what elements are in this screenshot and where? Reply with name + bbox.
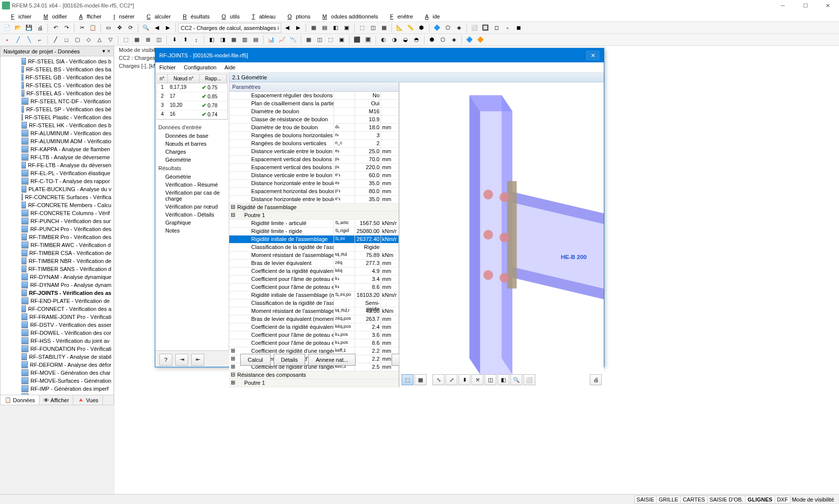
expand-icon[interactable] xyxy=(229,323,236,331)
nav-item[interactable]: RF-STEEL SP - Vérification des bé xyxy=(1,105,112,113)
expand-icon[interactable] xyxy=(229,188,236,195)
line-icon[interactable]: ╱ xyxy=(13,35,23,45)
calcul-button[interactable]: Calcul xyxy=(240,354,271,366)
tb-icon[interactable]: ▤ xyxy=(320,23,330,33)
nav-item[interactable]: RF-PUNCH - Vérification des sur xyxy=(1,217,112,225)
view-btn-1[interactable]: ⬚ xyxy=(402,374,414,385)
tb-icon[interactable]: ◨ xyxy=(218,35,228,45)
nav-item[interactable]: PLATE-BUCKLING - Analyse du v xyxy=(1,185,112,193)
param-row[interactable]: Classification de la rigidité de l'assem… xyxy=(229,299,399,307)
nav-item[interactable]: RF-CONNECT - Vérification des a xyxy=(1,305,112,313)
tb-icon[interactable]: ◈ xyxy=(454,23,464,33)
param-row[interactable]: Diamètre de trou de boulond₀18.0mm xyxy=(229,124,399,132)
expand-icon[interactable]: ⊞ xyxy=(229,363,236,371)
tb-icon[interactable]: 🔳 xyxy=(363,35,373,45)
nav-item[interactable]: RF-HSS - Vérification du joint av xyxy=(1,337,112,345)
status-saisie-ob[interactable]: SAISIE D'OB. xyxy=(707,496,746,504)
arrow-right-2-icon[interactable]: ▶ xyxy=(293,23,303,33)
param-group[interactable]: ⊞Poutre 1 xyxy=(229,379,399,387)
tb-icon[interactable]: ⌐ xyxy=(35,35,45,45)
details-button[interactable]: Détails xyxy=(274,354,306,366)
tb-icon[interactable]: ⬡ xyxy=(443,23,453,33)
tree-item[interactable]: Vérification - Résumé xyxy=(156,181,228,189)
nav-item[interactable]: RF-CONCRETE Surfaces - Vérifica xyxy=(1,193,112,201)
tb-icon[interactable]: ▣ xyxy=(337,35,347,45)
param-row[interactable]: Rigidité limite - articuléSⱼ,artic1567.5… xyxy=(229,220,399,228)
param-row[interactable]: Distance horizontale entre le boulon et … xyxy=(229,196,399,204)
dialog-menu-fichier[interactable]: Fichier xyxy=(159,64,176,70)
view-btn-3[interactable]: ⤡ xyxy=(432,374,444,385)
menu-insérer[interactable]: Insérer xyxy=(105,12,138,20)
nav-item[interactable]: RF-FOUNDATION Pro - Vérificati xyxy=(1,345,112,353)
tb-icon[interactable]: ◒ xyxy=(401,35,411,45)
expand-icon[interactable] xyxy=(229,196,236,203)
param-row[interactable]: Distance horizontale entre le boulon et … xyxy=(229,180,399,188)
nav-item[interactable]: RF-STEEL BS - Vérification des ba xyxy=(1,65,112,73)
window-maximize-button[interactable]: ☐ xyxy=(794,0,817,11)
expand-icon[interactable] xyxy=(229,291,236,299)
nav-item[interactable]: RF-STEEL GB - Vérification des bé xyxy=(1,73,112,81)
expand-icon[interactable] xyxy=(229,307,236,315)
menu-fenêtre[interactable]: Fenêtre xyxy=(382,12,417,20)
expand-icon[interactable] xyxy=(229,140,236,147)
tree-item[interactable]: Vérification - Détails xyxy=(156,211,228,219)
param-row[interactable]: Coefficient de la rigidité équivalente (… xyxy=(229,323,399,331)
menu-résultats[interactable]: Résultats xyxy=(175,12,214,20)
tb-icon[interactable]: ◇ xyxy=(83,35,93,45)
dialog-titlebar[interactable]: RF-JOINTS - [001626-model-file-rf5] ✕ xyxy=(155,48,604,62)
expand-icon[interactable] xyxy=(229,283,236,291)
menu-calculer[interactable]: Calculer xyxy=(139,12,175,20)
param-row[interactable]: Espacement régulier des boulonsNo xyxy=(229,92,399,100)
param-row[interactable]: Moment résistant de l'assemblage (moment… xyxy=(229,307,399,315)
nav-item[interactable]: RF-CONCRETE Columns - Vérif xyxy=(1,209,112,217)
view-btn-print[interactable]: 🖨 xyxy=(590,374,602,385)
tb-icon[interactable]: ⬚ xyxy=(326,35,336,45)
tb-icon[interactable]: ⬇ xyxy=(169,35,179,45)
3d-viewer[interactable]: HE-B 200 ⬚ ▦ ⤡ ⤢ ⬍ ⤧ ◫ ◧ 🔍 ⬜ xyxy=(399,82,604,387)
status-glignes[interactable]: GLIGNES xyxy=(745,496,775,504)
tree-item[interactable]: Vérification par nœud xyxy=(156,203,228,211)
print-icon[interactable]: 🖨 xyxy=(35,23,45,33)
nav-item[interactable]: RF-KAPPA - Analyse de flamben xyxy=(1,145,112,153)
tb-icon[interactable]: 🔷 xyxy=(464,35,474,45)
nav-item[interactable]: RF-EL-PL - Vérification élastique xyxy=(1,169,112,177)
tb-icon[interactable]: ⬚ xyxy=(121,35,131,45)
export-button-1[interactable]: ⇥ xyxy=(175,354,188,366)
case-row[interactable]: 310,20✔ 0.78 xyxy=(157,101,227,110)
expand-icon[interactable]: ⊞ xyxy=(229,379,236,387)
view-btn-6[interactable]: ⤧ xyxy=(471,374,483,385)
param-row[interactable]: Distance verticale entre le boulon et le… xyxy=(229,172,399,180)
tb-icon[interactable]: ⬢ xyxy=(417,23,426,33)
nav-item[interactable]: RF-ALUMINUM ADM - Vérificatio xyxy=(1,137,112,145)
open-icon[interactable]: 📂 xyxy=(13,23,23,33)
param-row[interactable]: Rangées de boulons horizontalesnᵣ3 xyxy=(229,132,399,140)
nav-item[interactable]: RF-TIMBER Pro - Vérification des xyxy=(1,233,112,241)
tb-icon[interactable]: 📏 xyxy=(406,23,416,33)
nav-item[interactable]: RF-PUNCH Pro - Vérification des xyxy=(1,225,112,233)
cut-icon[interactable]: ✂ xyxy=(77,23,87,33)
case-row[interactable]: 217✔ 0.85 xyxy=(157,92,227,101)
param-row[interactable]: Coefficient pour l'âme de poteau en cisa… xyxy=(229,331,399,339)
col-noeud[interactable]: Nœud n° xyxy=(168,74,200,83)
nav-item[interactable]: RF-FRAME-JOINT Pro - Vérificati xyxy=(1,313,112,321)
nav-tab-afficher[interactable]: 👁Afficher xyxy=(39,395,73,405)
tb-icon[interactable]: ▤ xyxy=(251,35,261,45)
tb-icon[interactable]: ▦ xyxy=(304,35,314,45)
param-row[interactable]: Coefficient pour l'âme de poteau en comp… xyxy=(229,283,399,291)
nav-tab-donnees[interactable]: 📋Données xyxy=(0,395,39,405)
expand-icon[interactable] xyxy=(229,116,236,123)
select-icon[interactable]: ▭ xyxy=(103,23,113,33)
arrow-left-icon[interactable]: ◀ xyxy=(152,23,162,33)
expand-icon[interactable] xyxy=(229,228,236,235)
param-row[interactable]: Plan de cisaillement dans la partie file… xyxy=(229,100,399,108)
save-icon[interactable]: 💾 xyxy=(24,23,34,33)
expand-icon[interactable]: ⊟ xyxy=(229,204,236,211)
nav-item[interactable]: RF-DOWEL - Vérification des cor xyxy=(1,329,112,337)
tb-icon[interactable]: ◧ xyxy=(331,23,341,33)
menu-options[interactable]: Options xyxy=(280,12,315,20)
dialog-close-button[interactable]: ✕ xyxy=(586,50,600,60)
nav-item[interactable]: RF-TIMBER NBR - Vérification de xyxy=(1,257,112,265)
tb-icon[interactable]: ▽ xyxy=(105,35,115,45)
tb-icon[interactable]: ⬜ xyxy=(469,23,479,33)
expand-icon[interactable] xyxy=(229,331,236,339)
